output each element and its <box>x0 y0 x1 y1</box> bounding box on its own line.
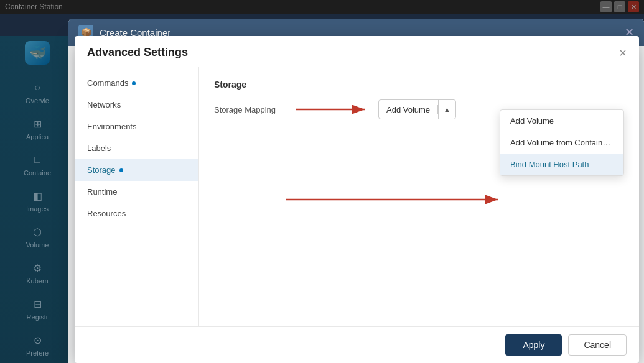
storage-dot <box>119 168 123 172</box>
modal-nav: Commands Networks Environments Labels St… <box>75 67 199 326</box>
nav-label-commands: Commands <box>87 78 128 88</box>
add-volume-caret-icon: ▲ <box>439 106 455 113</box>
dropdown-add-volume-from-contain-label: Add Volume from Contain… <box>510 138 610 147</box>
nav-item-storage[interactable]: Storage <box>75 159 198 181</box>
nav-item-runtime[interactable]: Runtime <box>75 181 198 203</box>
dropdown-item-bind-mount[interactable]: Bind Mount Host Path <box>500 154 623 175</box>
nav-item-commands[interactable]: Commands <box>75 72 198 94</box>
nav-label-environments: Environments <box>87 122 136 131</box>
arrow-to-button <box>296 102 371 117</box>
commands-dot <box>132 81 136 85</box>
modal-footer: Apply Cancel <box>75 326 639 363</box>
nav-label-runtime: Runtime <box>87 187 117 196</box>
dropdown-add-volume-label: Add Volume <box>510 116 554 126</box>
add-volume-button[interactable]: Add Volume ▲ <box>378 99 456 119</box>
dropdown-item-add-volume[interactable]: Add Volume <box>500 110 623 132</box>
storage-section-title: Storage <box>214 80 624 90</box>
nav-label-resources: Resources <box>87 209 126 218</box>
nav-item-environments[interactable]: Environments <box>75 116 198 137</box>
nav-item-resources[interactable]: Resources <box>75 203 198 224</box>
nav-label-networks: Networks <box>87 100 121 109</box>
nav-item-labels[interactable]: Labels <box>75 137 198 159</box>
modal-body: Commands Networks Environments Labels St… <box>75 67 639 326</box>
modal-content-area: Storage Storage Mapping Add Volume ▲ <box>199 67 639 326</box>
cancel-button[interactable]: Cancel <box>568 334 627 356</box>
nav-item-networks[interactable]: Networks <box>75 94 198 116</box>
advanced-settings-modal: Advanced Settings × Commands Networks En… <box>75 36 639 363</box>
modal-title: Advanced Settings <box>87 46 188 59</box>
dropdown-item-add-volume-from-contain[interactable]: Add Volume from Contain… <box>500 132 623 154</box>
modal-close-button[interactable]: × <box>619 47 627 59</box>
add-volume-label: Add Volume <box>379 105 438 114</box>
apply-button[interactable]: Apply <box>505 334 562 356</box>
arrow-to-dropdown <box>286 190 504 211</box>
storage-mapping-label: Storage Mapping <box>214 105 289 114</box>
add-volume-dropdown: Add Volume Add Volume from Contain… Bind… <box>500 109 624 176</box>
nav-label-labels: Labels <box>87 144 111 153</box>
dropdown-bind-mount-label: Bind Mount Host Path <box>510 160 589 169</box>
modal-header: Advanced Settings × <box>75 36 639 67</box>
nav-label-storage: Storage <box>87 165 116 175</box>
